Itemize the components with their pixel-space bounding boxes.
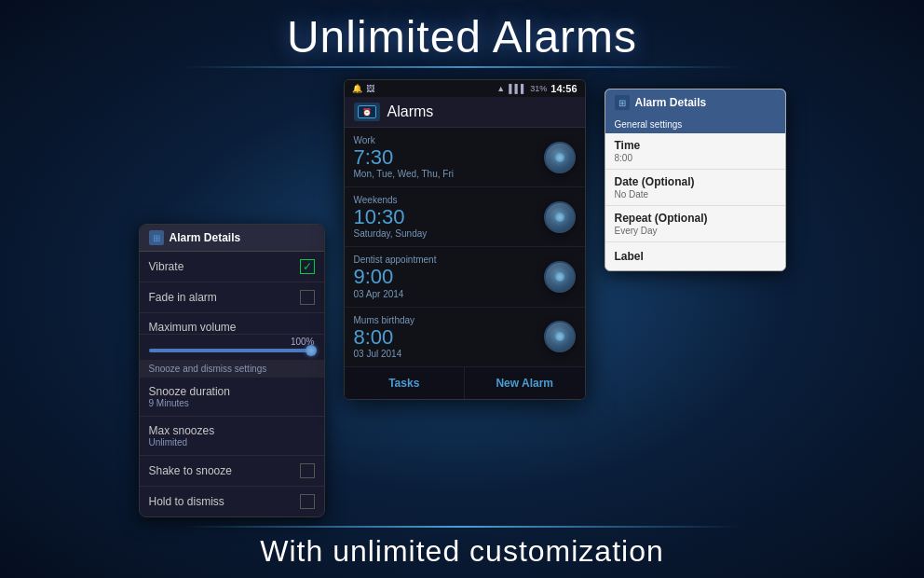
- fade-alarm-label: Fade in alarm: [149, 291, 217, 304]
- app-header-title: Alarms: [387, 103, 434, 120]
- right-repeat-value: Every Day: [615, 226, 776, 236]
- volume-slider-thumb[interactable]: [306, 345, 317, 356]
- status-time: 14:56: [550, 83, 577, 94]
- fade-alarm-row: Fade in alarm: [140, 282, 324, 313]
- right-label-label: Label: [615, 250, 776, 263]
- phone-bottom-bar: Tasks New Alarm: [345, 366, 585, 399]
- alarm-time-mums: 8:00: [354, 326, 544, 349]
- right-panel-icon: [615, 95, 630, 110]
- battery-pct: 31%: [530, 84, 547, 93]
- middle-panel-alarms: 🔔 🖼 ▲ ▌▌▌ 31% 14:56 Alarms Work 7:30 Mon…: [344, 79, 586, 400]
- right-section-bar: General settings: [605, 116, 785, 133]
- shake-snooze-row: Shake to snooze: [140, 456, 324, 487]
- alarm-item-left-weekends: Weekends 10:30 Saturday, Sunday: [354, 195, 544, 239]
- alarm-toggle-weekends[interactable]: [544, 201, 576, 233]
- max-volume-row: Maximum volume: [140, 313, 324, 335]
- right-date-row: Date (Optional) No Date: [605, 170, 785, 206]
- snooze-section-bar: Snooze and dismiss settings: [140, 360, 324, 378]
- alarm-name-weekends: Weekends: [354, 195, 544, 205]
- right-time-value: 8:00: [615, 153, 776, 163]
- alarm-item-mums[interactable]: Mums birthday 8:00 03 Jul 2014: [345, 308, 585, 366]
- new-alarm-button[interactable]: New Alarm: [465, 367, 585, 399]
- alarm-days-weekends: Saturday, Sunday: [354, 228, 544, 239]
- alarm-item-dentist[interactable]: Dentist appointment 9:00 03 Apr 2014: [345, 247, 585, 307]
- shake-snooze-label: Shake to snooze: [149, 464, 232, 477]
- hold-dismiss-checkbox[interactable]: [300, 494, 315, 509]
- wifi-icon: ▲: [496, 84, 505, 93]
- right-date-value: No Date: [615, 189, 776, 200]
- alarm-name-work: Work: [354, 135, 544, 145]
- right-panel-alarm-details: Alarm Details General settings Time 8:00…: [605, 89, 786, 271]
- tasks-button[interactable]: Tasks: [345, 367, 465, 399]
- alarm-time-dentist: 9:00: [354, 266, 544, 288]
- alarm-list: Work 7:30 Mon, Tue, Wed, Thu, Fri Weeken…: [345, 128, 585, 366]
- max-volume-label: Maximum volume: [149, 321, 237, 334]
- alarm-toggle-work[interactable]: [544, 142, 576, 173]
- hold-dismiss-row: Hold to dismiss: [140, 487, 324, 516]
- right-panel-header: Alarm Details: [605, 89, 785, 116]
- left-panel-title: Alarm Details: [170, 231, 241, 244]
- alarm-toggle-mums[interactable]: [544, 321, 576, 352]
- alarm-time-weekends: 10:30: [354, 206, 544, 228]
- volume-slider-track[interactable]: [149, 349, 315, 352]
- alarm-item-left-work: Work 7:30 Mon, Tue, Wed, Thu, Fri: [354, 135, 544, 179]
- snooze-duration-row: Snooze duration 9 Minutes: [140, 378, 324, 417]
- page-title: Unlimited Alarms: [0, 0, 924, 62]
- photo-status-icon: 🖼: [366, 84, 374, 93]
- max-snoozes-label: Max snoozes: [149, 424, 215, 437]
- right-repeat-row: Repeat (Optional) Every Day: [605, 206, 785, 242]
- right-time-row: Time 8:00: [605, 133, 785, 170]
- vibrate-checkbox[interactable]: [300, 259, 315, 274]
- right-time-label: Time: [615, 139, 776, 152]
- screens-container: Alarm Details Vibrate Fade in alarm Maxi…: [0, 79, 924, 517]
- snooze-duration-label: Snooze duration: [149, 385, 230, 398]
- app-icon-inner: [358, 105, 376, 118]
- alarm-item-work[interactable]: Work 7:30 Mon, Tue, Wed, Thu, Fri: [345, 128, 585, 187]
- vibrate-row: Vibrate: [140, 252, 324, 282]
- left-panel-header: Alarm Details: [140, 225, 324, 252]
- right-panel-title: Alarm Details: [635, 96, 707, 109]
- volume-slider-fill: [149, 349, 315, 352]
- alarm-days-work: Mon, Tue, Wed, Thu, Fri: [354, 169, 544, 179]
- title-underline: [183, 66, 741, 68]
- max-snoozes-row: Max snoozes Unlimited: [140, 417, 324, 456]
- snooze-duration-value: 9 Minutes: [149, 398, 189, 408]
- left-panel-icon: [149, 230, 164, 245]
- vibrate-label: Vibrate: [149, 260, 184, 273]
- alarm-toggle-dentist[interactable]: [544, 261, 576, 293]
- shake-snooze-checkbox[interactable]: [300, 463, 315, 478]
- page-subtitle: With unlimited customization: [0, 534, 924, 569]
- alarm-name-mums: Mums birthday: [354, 315, 544, 325]
- subtitle-overline: [183, 526, 741, 528]
- right-date-label: Date (Optional): [615, 175, 776, 188]
- alarm-item-weekends[interactable]: Weekends 10:30 Saturday, Sunday: [345, 187, 585, 247]
- alarm-item-left-dentist: Dentist appointment 9:00 03 Apr 2014: [354, 255, 544, 298]
- phone-app-header: Alarms: [345, 97, 585, 128]
- right-label-row: Label: [605, 242, 785, 270]
- volume-slider-container: 100%: [140, 335, 324, 360]
- hold-dismiss-label: Hold to dismiss: [149, 495, 224, 508]
- alarm-days-mums: 03 Jul 2014: [354, 349, 544, 359]
- alarm-item-left-mums: Mums birthday 8:00 03 Jul 2014: [354, 315, 544, 359]
- alarm-status-icon: 🔔: [352, 84, 362, 93]
- alarm-days-dentist: 03 Apr 2014: [354, 289, 544, 299]
- phone-status-bar: 🔔 🖼 ▲ ▌▌▌ 31% 14:56: [345, 80, 585, 97]
- app-icon: [354, 103, 380, 121]
- left-panel-alarm-details: Alarm Details Vibrate Fade in alarm Maxi…: [139, 224, 325, 517]
- signal-icon: ▌▌▌: [509, 84, 526, 93]
- max-snoozes-value: Unlimited: [149, 437, 188, 447]
- fade-alarm-checkbox[interactable]: [300, 290, 315, 305]
- right-repeat-label: Repeat (Optional): [615, 212, 776, 225]
- alarm-name-dentist: Dentist appointment: [354, 255, 544, 265]
- alarm-time-work: 7:30: [354, 146, 544, 169]
